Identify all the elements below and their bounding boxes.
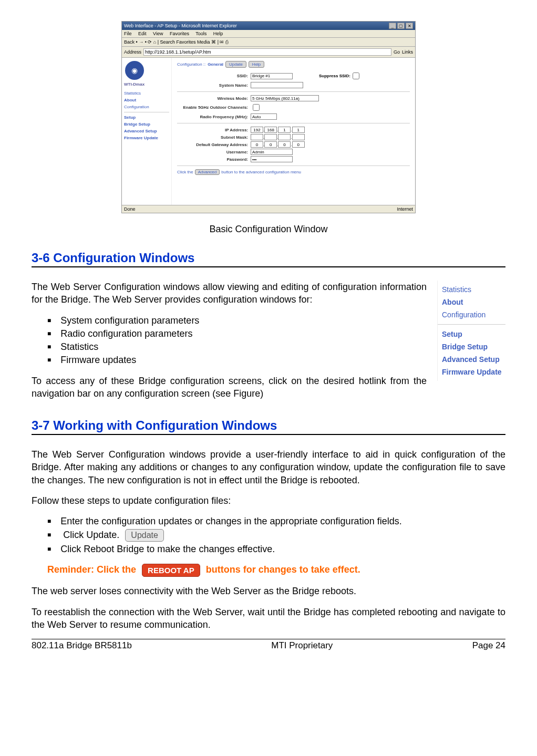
address-label: Address bbox=[124, 49, 141, 55]
nav-setup: Setup bbox=[442, 328, 505, 340]
gateway-label: Default Gateway Address: bbox=[177, 142, 251, 147]
section-3-6-para2: To access any of these Bridge configurat… bbox=[32, 375, 427, 400]
advanced-button: Advanced bbox=[195, 169, 220, 175]
radio-freq-select bbox=[251, 113, 277, 120]
ie-content: ◉ WTI-Dmax Statistics About Configuratio… bbox=[122, 58, 415, 205]
ssid-label: SSID: bbox=[177, 74, 251, 78]
section-3-7-heading: 3-7 Working with Configuration Windows bbox=[32, 418, 505, 435]
section-3-7-para1: The Web Server Configuration windows pro… bbox=[32, 448, 505, 486]
advanced-note: Click the Advanced button to the advance… bbox=[177, 169, 410, 175]
ie-title-text: Web Interface - AP Setup - Microsoft Int… bbox=[124, 23, 237, 28]
section-3-7-bullets: Enter the configuration updates or chang… bbox=[32, 515, 505, 556]
close-icon: ✕ bbox=[406, 23, 413, 29]
system-name-input bbox=[251, 82, 303, 88]
config-sidebar: ◉ WTI-Dmax Statistics About Configuratio… bbox=[122, 58, 172, 205]
sidebar-bridge-setup: Bridge Setup bbox=[124, 121, 169, 128]
nav-firmware-update: Firmware Update bbox=[442, 366, 505, 378]
status-left: Done bbox=[124, 206, 136, 212]
maximize-icon: ▢ bbox=[397, 23, 405, 29]
sidebar-firmware-update: Firmware Update bbox=[124, 134, 169, 141]
sidebar-setup: Setup bbox=[124, 114, 169, 121]
wireless-mode-label: Wireless Mode: bbox=[177, 96, 251, 101]
suppress-ssid-label: Suppress SSID: bbox=[319, 74, 350, 78]
password-label: Password: bbox=[177, 157, 251, 162]
system-name-label: System Name: bbox=[177, 83, 251, 88]
password-input bbox=[251, 156, 293, 162]
section-3-6-bullets: System configuration parameters Radio co… bbox=[32, 314, 427, 367]
ie-titlebar: Web Interface - AP Setup - Microsoft Int… bbox=[122, 22, 415, 30]
navbar-figure: Statistics About Configuration Setup Bri… bbox=[437, 281, 505, 381]
ie-addressbar: Address Go Links bbox=[122, 47, 415, 58]
ssid-input bbox=[251, 73, 293, 79]
footer-center: MTI Proprietary bbox=[271, 640, 333, 651]
update-button-inline: Update bbox=[125, 529, 164, 542]
section-3-7-para2: Follow these steps to update configurati… bbox=[32, 494, 505, 507]
sidebar-configuration: Configuration bbox=[124, 103, 169, 110]
ie-statusbar: Done Internet bbox=[122, 205, 415, 213]
links-label: Links bbox=[402, 49, 413, 55]
wireless-mode-select bbox=[251, 95, 319, 101]
outdoor-channels-checkbox bbox=[253, 104, 260, 111]
sidebar-about: About bbox=[124, 97, 169, 103]
page-footer: 802.11a Bridge BR5811b MTI Proprietary P… bbox=[32, 639, 505, 651]
ie-menubar: File Edit View Favorites Tools Help bbox=[122, 30, 415, 38]
section-3-6-heading: 3-6 Configuration Windows bbox=[32, 251, 505, 267]
help-button: Help bbox=[249, 61, 264, 68]
config-main: Configuration :: General Update Help SSI… bbox=[172, 58, 415, 205]
subnet-mask-label: Subnet Mask: bbox=[177, 135, 251, 140]
sidebar-advanced-setup: Advanced Setup bbox=[124, 128, 169, 134]
window-controls: _ ▢ ✕ bbox=[389, 23, 413, 29]
brand-logo-icon: ◉ bbox=[125, 61, 144, 80]
list-item: Statistics bbox=[47, 340, 427, 354]
footer-right: Page 24 bbox=[472, 640, 505, 651]
nav-about: About bbox=[442, 296, 505, 308]
section-3-6-para1: The Web Server Configuration windows all… bbox=[32, 281, 427, 306]
radio-freq-label: Radio Frequency (MHz): bbox=[177, 115, 251, 119]
nav-configuration: Configuration bbox=[442, 308, 505, 321]
ie-toolbar: Back • → • ⟳ ⌂ | Search Favorites Media … bbox=[122, 38, 415, 47]
minimize-icon: _ bbox=[389, 23, 396, 29]
list-item: System configuration parameters bbox=[47, 314, 427, 327]
update-button: Update bbox=[225, 61, 246, 68]
breadcrumb: Configuration :: General Update Help bbox=[177, 61, 410, 68]
nav-statistics: Statistics bbox=[442, 283, 505, 296]
list-item: Enter the configuration updates or chang… bbox=[47, 515, 505, 528]
nav-advanced-setup: Advanced Setup bbox=[442, 353, 505, 366]
section-3-7-para4: To reestablish the connection with the W… bbox=[32, 606, 505, 631]
footer-left: 802.11a Bridge BR5811b bbox=[32, 640, 132, 651]
list-item: Firmware updates bbox=[47, 354, 427, 367]
basic-config-screenshot: Web Interface - AP Setup - Microsoft Int… bbox=[121, 21, 416, 213]
list-item: Click Reboot Bridge to make the changes … bbox=[47, 543, 505, 556]
reminder-text: Reminder: Click the REBOOT AP buttons fo… bbox=[47, 564, 505, 577]
sidebar-title: WTI-Dmax bbox=[124, 82, 169, 87]
outdoor-channels-label: Enable 5GHz Outdoor Channels: bbox=[177, 105, 251, 110]
username-input bbox=[251, 149, 293, 155]
sidebar-statistics: Statistics bbox=[124, 90, 169, 97]
go-button: Go bbox=[394, 49, 400, 55]
list-item: Radio configuration parameters bbox=[47, 327, 427, 340]
ip-address-label: IP Address: bbox=[177, 128, 251, 132]
suppress-ssid-checkbox bbox=[353, 73, 359, 79]
nav-bridge-setup: Bridge Setup bbox=[442, 340, 505, 353]
reboot-ap-button: REBOOT AP bbox=[142, 564, 200, 577]
status-right: Internet bbox=[397, 206, 413, 212]
section-3-7-para3: The web server loses connectivity with t… bbox=[32, 585, 505, 597]
list-item: Click Update. Update bbox=[47, 528, 505, 543]
figure-caption: Basic Configuration Window bbox=[32, 224, 505, 235]
address-input bbox=[143, 48, 391, 56]
username-label: Username: bbox=[177, 150, 251, 154]
